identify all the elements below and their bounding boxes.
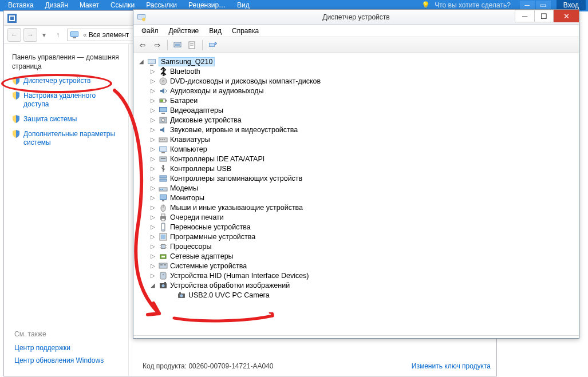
collapse-icon[interactable]: ◢ xyxy=(149,282,156,289)
expand-icon[interactable]: ▷ xyxy=(149,233,156,240)
expand-icon[interactable]: ▷ xyxy=(149,243,156,250)
tree-device[interactable]: USB2.0 UVC PC Camera xyxy=(167,290,577,300)
svg-point-42 xyxy=(160,189,161,190)
expand-icon[interactable]: ▷ xyxy=(149,78,156,85)
svg-rect-37 xyxy=(161,158,165,159)
tree-category[interactable]: ▷Программные устройства xyxy=(148,232,577,241)
toolbar-properties-button[interactable] xyxy=(186,39,199,51)
expand-icon[interactable]: ▷ xyxy=(149,272,156,279)
menu-action[interactable]: Действие xyxy=(164,26,204,36)
tree-category[interactable]: ▷Переносные устройства xyxy=(148,222,577,232)
ribbon-min-icon[interactable]: ─ xyxy=(520,1,535,10)
ide-icon xyxy=(159,154,168,164)
toolbar-forward-button[interactable]: ⇨ xyxy=(151,39,164,51)
nav-forward-button[interactable]: → xyxy=(23,28,37,42)
tree-category[interactable]: ▷DVD-дисководы и дисководы компакт-диско… xyxy=(148,76,577,86)
collapse-icon[interactable]: ◢ xyxy=(138,58,145,65)
ribbon-tab[interactable]: Макет xyxy=(74,0,105,10)
nav-up-button[interactable]: ↑ xyxy=(51,28,65,42)
svg-rect-63 xyxy=(161,256,165,257)
tree-category[interactable]: ▷Устройства HID (Human Interface Devices… xyxy=(148,271,577,280)
expand-icon[interactable]: ▷ xyxy=(149,175,156,182)
footer-link-support[interactable]: Центр поддержки xyxy=(14,344,104,352)
tree-category[interactable]: ▷Контроллеры запоминающих устройств xyxy=(148,173,577,183)
expand-icon[interactable]: ▷ xyxy=(149,156,156,162)
expand-icon[interactable]: ▷ xyxy=(149,126,156,133)
shield-icon xyxy=(12,77,20,85)
expand-icon[interactable]: ▷ xyxy=(149,224,156,231)
expand-icon[interactable]: ▷ xyxy=(149,136,156,143)
tree-device-label: USB2.0 UVC PC Camera xyxy=(188,291,270,299)
tree-category[interactable]: ▷Мыши и иные указывающие устройства xyxy=(148,203,577,212)
svg-rect-51 xyxy=(161,219,165,221)
battery-icon xyxy=(159,96,168,105)
expand-icon[interactable]: ▷ xyxy=(149,117,156,124)
expand-icon[interactable]: ▷ xyxy=(149,214,156,221)
expand-icon[interactable]: ▷ xyxy=(149,253,156,260)
expand-icon[interactable]: ▷ xyxy=(149,263,156,269)
dm-titlebar[interactable]: Диспетчер устройств ─ ☐ ✕ xyxy=(133,10,579,25)
tree-category[interactable]: ▷Сетевые адаптеры xyxy=(148,251,577,261)
nav-history-dropdown[interactable]: ▾ xyxy=(40,28,49,42)
tree-category[interactable]: ▷Процессоры xyxy=(148,241,577,251)
expand-icon[interactable]: ▷ xyxy=(149,185,156,192)
ribbon-tab[interactable]: Дизайн xyxy=(40,0,74,10)
minimize-button[interactable]: ─ xyxy=(515,10,534,22)
tree-category[interactable]: ▷Системные устройства xyxy=(148,261,577,271)
sidebar-item-device-manager[interactable]: Диспетчер устройств xyxy=(12,77,120,86)
expand-icon[interactable]: ▷ xyxy=(149,195,156,201)
change-product-key-link[interactable]: Изменить ключ продукта xyxy=(412,362,491,370)
tree-category[interactable]: ▷Аудиовходы и аудиовыходы xyxy=(148,86,577,96)
dm-status-bar xyxy=(133,336,579,338)
close-button[interactable]: ✕ xyxy=(554,10,579,22)
pc-icon xyxy=(147,57,156,66)
sidebar-item-advanced[interactable]: Дополнительные параметры системы xyxy=(12,130,120,148)
expand-icon[interactable]: ▷ xyxy=(149,97,156,104)
tree-category[interactable]: ▷Контроллеры USB xyxy=(148,164,577,173)
tree-category[interactable]: ◢Устройства обработки изображений xyxy=(148,280,577,290)
sidebar-item-remote[interactable]: Настройка удаленного доступа xyxy=(12,92,120,109)
tree-category-label: Клавиатуры xyxy=(170,136,210,144)
tell-me-input[interactable]: Что вы хотите сделать? xyxy=(432,1,513,10)
ribbon-tab[interactable]: Вставка xyxy=(2,0,40,10)
expand-icon[interactable]: ▷ xyxy=(149,146,156,153)
svg-rect-53 xyxy=(162,224,164,229)
tree-category[interactable]: ▷Видеоадаптеры xyxy=(148,105,577,115)
nav-back-button[interactable]: ← xyxy=(7,28,21,42)
toolbar-back-button[interactable]: ⇦ xyxy=(136,39,149,51)
tree-category[interactable]: ▷Контроллеры IDE ATA/ATAPI xyxy=(148,154,577,164)
tree-category[interactable]: ▷Мониторы xyxy=(148,193,577,203)
expand-icon[interactable]: ▷ xyxy=(149,204,156,211)
expand-icon[interactable]: ▷ xyxy=(149,68,156,75)
toolbar-show-hidden-button[interactable] xyxy=(171,39,184,51)
tree-category[interactable]: ▷Bluetooth xyxy=(148,66,577,76)
tree-category[interactable]: ▷Очереди печати xyxy=(148,212,577,222)
expand-icon[interactable]: ▷ xyxy=(149,107,156,114)
tree-category[interactable]: ▷Звуковые, игровые и видеоустройства xyxy=(148,125,577,134)
device-tree[interactable]: ◢Samsung_Q210▷Bluetooth▷DVD-дисководы и … xyxy=(133,53,579,336)
toolbar-scan-button[interactable] xyxy=(206,39,219,51)
tree-category[interactable]: ▷Дисковые устройства xyxy=(148,115,577,125)
svg-rect-5 xyxy=(73,37,76,38)
tree-category[interactable]: ▷Батареи xyxy=(148,96,577,105)
footer-link-update[interactable]: Центр обновления Windows xyxy=(14,356,104,364)
sound-icon xyxy=(159,125,168,134)
sidebar-item-protection[interactable]: Защита системы xyxy=(12,115,120,124)
maximize-button[interactable]: ☐ xyxy=(534,10,554,22)
ribbon-restore-icon[interactable]: ▭ xyxy=(536,1,551,10)
menu-help[interactable]: Справка xyxy=(227,26,263,36)
footer-header: См. также xyxy=(14,330,104,338)
cp-sidebar-header: Панель управления — домашняя страница xyxy=(12,53,120,71)
expand-icon[interactable]: ▷ xyxy=(149,165,156,172)
tree-root[interactable]: ◢Samsung_Q210 xyxy=(137,57,577,66)
svg-rect-23 xyxy=(160,100,163,102)
svg-rect-32 xyxy=(164,139,165,140)
tree-category[interactable]: ▷Компьютер xyxy=(148,144,577,154)
expand-icon[interactable]: ▷ xyxy=(149,88,156,94)
menu-file[interactable]: Файл xyxy=(137,26,163,36)
menu-view[interactable]: Вид xyxy=(204,26,226,36)
tree-category[interactable]: ▷Клавиатуры xyxy=(148,134,577,144)
disk-icon xyxy=(159,116,168,125)
dm-window-buttons: ─ ☐ ✕ xyxy=(515,10,579,22)
tree-category[interactable]: ▷Модемы xyxy=(148,183,577,193)
